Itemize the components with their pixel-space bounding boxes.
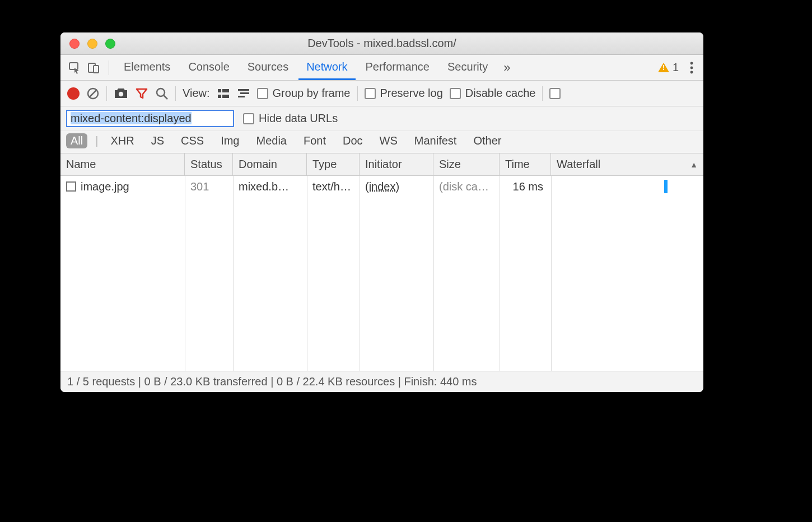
toggle-device-toolbar-icon[interactable] (85, 59, 102, 76)
svg-point-9 (157, 88, 165, 96)
tab-security[interactable]: Security (440, 55, 496, 80)
type-filter-ws[interactable]: WS (375, 133, 402, 148)
warnings-count: 1 (673, 61, 679, 74)
svg-line-7 (89, 90, 97, 97)
clear-button[interactable] (86, 87, 100, 100)
request-name: image.jpg (81, 180, 129, 193)
svg-point-4 (690, 66, 693, 69)
filter-bar: mixed-content:displayed Hide data URLs (60, 106, 703, 131)
search-icon[interactable] (155, 87, 169, 100)
titlebar: DevTools - mixed.badssl.com/ (60, 32, 703, 55)
cell-waterfall (551, 176, 703, 197)
type-filter-media[interactable]: Media (251, 133, 291, 148)
svg-rect-15 (238, 89, 249, 91)
group-by-frame-toggle[interactable]: Group by frame (257, 87, 351, 100)
divider (542, 86, 543, 101)
type-filter-all[interactable]: All (66, 133, 87, 148)
tabs-overflow-button[interactable]: » (498, 60, 516, 75)
status-bar: 1 / 5 requests | 0 B / 23.0 KB transferr… (60, 371, 703, 392)
svg-point-3 (690, 62, 693, 64)
checkbox-icon (257, 88, 268, 99)
close-window-button[interactable] (69, 39, 80, 49)
divider (175, 86, 176, 101)
zoom-window-button[interactable] (105, 39, 115, 49)
tab-elements[interactable]: Elements (116, 55, 178, 80)
cell-name: image.jpg (60, 176, 185, 197)
col-domain[interactable]: Domain (233, 153, 307, 175)
svg-rect-13 (218, 95, 221, 98)
disable-cache-toggle[interactable]: Disable cache (450, 87, 536, 100)
table-row[interactable]: image.jpg 301 mixed.b… text/h… (index) (… (60, 176, 703, 197)
type-filter-manifest[interactable]: Manifest (410, 133, 461, 148)
record-button[interactable] (67, 87, 80, 100)
divider: | (95, 134, 98, 147)
inspect-element-icon[interactable] (66, 59, 83, 76)
tab-console[interactable]: Console (180, 55, 237, 80)
window-controls (60, 39, 115, 49)
col-name[interactable]: Name (60, 153, 185, 175)
capture-screenshots-icon[interactable] (114, 88, 128, 99)
svg-rect-14 (222, 95, 229, 98)
type-filter-font[interactable]: Font (299, 133, 330, 148)
svg-rect-11 (218, 89, 221, 92)
sort-asc-icon: ▲ (690, 160, 698, 169)
tab-performance[interactable]: Performance (358, 55, 438, 80)
requests-table: Name Status Domain Type Initiator Size T… (60, 153, 703, 371)
initiator-link[interactable]: (index) (365, 180, 399, 193)
col-size[interactable]: Size (433, 153, 500, 175)
cell-initiator: (index) (360, 176, 433, 197)
filter-icon[interactable] (135, 87, 148, 100)
waterfall-bar (664, 180, 668, 193)
warnings-badge[interactable]: 1 (654, 61, 683, 74)
preserve-log-toggle[interactable]: Preserve log (365, 87, 443, 100)
hide-data-urls-label: Hide data URLs (259, 112, 338, 125)
view-large-rows-icon[interactable] (217, 88, 230, 99)
tab-network[interactable]: Network (298, 55, 355, 80)
type-filter-js[interactable]: JS (147, 133, 169, 148)
type-filter-other[interactable]: Other (469, 133, 506, 148)
group-by-frame-label: Group by frame (273, 87, 351, 100)
offline-toggle-partial[interactable] (549, 88, 561, 99)
cell-status: 301 (185, 176, 233, 197)
type-filter-css[interactable]: CSS (176, 133, 208, 148)
hide-data-urls-toggle[interactable]: Hide data URLs (243, 112, 338, 125)
tab-sources[interactable]: Sources (240, 55, 296, 80)
col-type[interactable]: Type (307, 153, 360, 175)
network-toolbar: View: Group by frame Preserve log Disabl… (60, 81, 703, 106)
col-time[interactable]: Time (500, 153, 551, 175)
minimize-window-button[interactable] (87, 39, 97, 49)
col-status[interactable]: Status (185, 153, 233, 175)
svg-rect-0 (69, 63, 78, 69)
cell-time: 16 ms (500, 176, 551, 197)
disable-cache-label: Disable cache (465, 87, 536, 100)
type-filter-bar: All | XHR JS CSS Img Media Font Doc WS M… (60, 131, 703, 153)
svg-line-10 (164, 95, 167, 99)
col-initiator[interactable]: Initiator (360, 153, 433, 175)
svg-rect-16 (240, 92, 249, 94)
col-waterfall[interactable]: Waterfall▲ (551, 153, 703, 175)
svg-rect-12 (222, 89, 229, 92)
divider (109, 60, 109, 75)
view-label: View: (183, 87, 210, 100)
divider (106, 86, 107, 101)
type-filter-xhr[interactable]: XHR (106, 133, 138, 148)
type-filter-img[interactable]: Img (216, 133, 244, 148)
type-filter-doc[interactable]: Doc (338, 133, 367, 148)
svg-rect-17 (238, 96, 245, 97)
cell-domain: mixed.b… (233, 176, 307, 197)
more-options-button[interactable] (685, 61, 698, 74)
svg-point-5 (690, 71, 693, 73)
svg-rect-2 (94, 66, 99, 73)
file-icon (66, 181, 76, 192)
svg-point-8 (119, 91, 123, 96)
panel-tabs: Elements Console Sources Network Perform… (60, 55, 703, 81)
view-overview-icon[interactable] (237, 88, 250, 99)
checkbox-icon (549, 88, 561, 99)
checkbox-icon (365, 88, 376, 99)
checkbox-icon (450, 88, 461, 99)
filter-input[interactable]: mixed-content:displayed (66, 110, 234, 127)
divider (357, 86, 358, 101)
table-body[interactable]: image.jpg 301 mixed.b… text/h… (index) (… (60, 176, 703, 371)
filter-input-value: mixed-content:displayed (71, 112, 192, 124)
checkbox-icon (243, 113, 254, 124)
